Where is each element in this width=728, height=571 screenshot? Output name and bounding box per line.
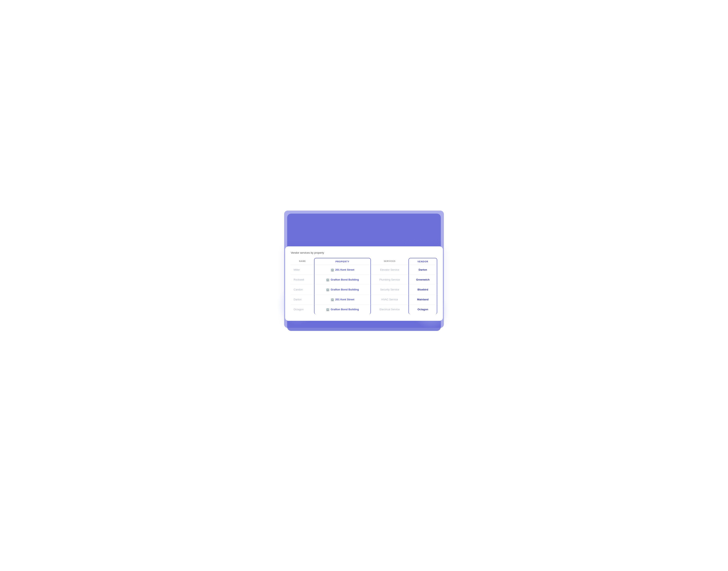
building-icon: 🏢 — [326, 278, 330, 281]
property-name: Grafton Bond Building — [331, 288, 359, 291]
property-cell: 🏢201 Kent Street — [314, 265, 371, 275]
services-cell: Plumbing Service — [371, 275, 408, 285]
property-name: 201 Kent Street — [335, 268, 355, 271]
property-name: Grafton Bond Building — [331, 278, 359, 281]
services-cell: Elevator Service — [371, 265, 408, 275]
table-row: Rockwell🏢Grafton Bond BuildingPlumbing S… — [291, 275, 437, 285]
vendor-column-header: VENDOR — [408, 258, 437, 265]
scene: Vendor services by property NAME PROPERT… — [281, 238, 447, 333]
vendor-cell: Darton — [408, 265, 437, 275]
services-cell: HVAC Service — [371, 295, 408, 305]
property-name: 201 Kent Street — [335, 298, 355, 301]
building-icon: 🏢 — [326, 308, 330, 311]
name-cell: Darton — [291, 295, 314, 305]
property-name: Grafton Bond Building — [331, 308, 359, 311]
vendor-cell: Bluebird — [408, 285, 437, 295]
vendor-cell: Mainland — [408, 295, 437, 305]
vendor-services-table: NAME PROPERTY SERVICES VENDOR Miller🏢201… — [291, 258, 437, 314]
table-row: Candon🏢Grafton Bond BuildingSecurity Ser… — [291, 285, 437, 295]
services-column-header: SERVICES — [371, 258, 408, 265]
name-cell: Rockwell — [291, 275, 314, 285]
table-row: Darton🏢201 Kent StreetHVAC ServiceMainla… — [291, 295, 437, 305]
building-icon: 🏢 — [331, 268, 334, 271]
card-title: Vendor services by property — [291, 251, 437, 254]
name-cell: Octagon — [291, 305, 314, 314]
name-cell: Miller — [291, 265, 314, 275]
table-row: Octagon🏢Grafton Bond BuildingElectrical … — [291, 305, 437, 314]
property-cell: 🏢Grafton Bond Building — [314, 285, 371, 295]
table-row: Miller🏢201 Kent StreetElevator ServiceDa… — [291, 265, 437, 275]
services-cell: Security Service — [371, 285, 408, 295]
property-cell: 🏢Grafton Bond Building — [314, 305, 371, 314]
property-cell: 🏢Grafton Bond Building — [314, 275, 371, 285]
property-cell: 🏢201 Kent Street — [314, 295, 371, 305]
name-column-header: NAME — [291, 258, 314, 265]
table-body: Miller🏢201 Kent StreetElevator ServiceDa… — [291, 265, 437, 314]
vendor-cell: Greenwich — [408, 275, 437, 285]
property-column-header: PROPERTY — [314, 258, 371, 265]
main-card: Vendor services by property NAME PROPERT… — [285, 246, 443, 321]
table-header-row: NAME PROPERTY SERVICES VENDOR — [291, 258, 437, 265]
name-cell: Candon — [291, 285, 314, 295]
building-icon: 🏢 — [331, 298, 334, 301]
vendor-cell: Octagon — [408, 305, 437, 314]
services-cell: Electrical Service — [371, 305, 408, 314]
building-icon: 🏢 — [326, 288, 330, 291]
